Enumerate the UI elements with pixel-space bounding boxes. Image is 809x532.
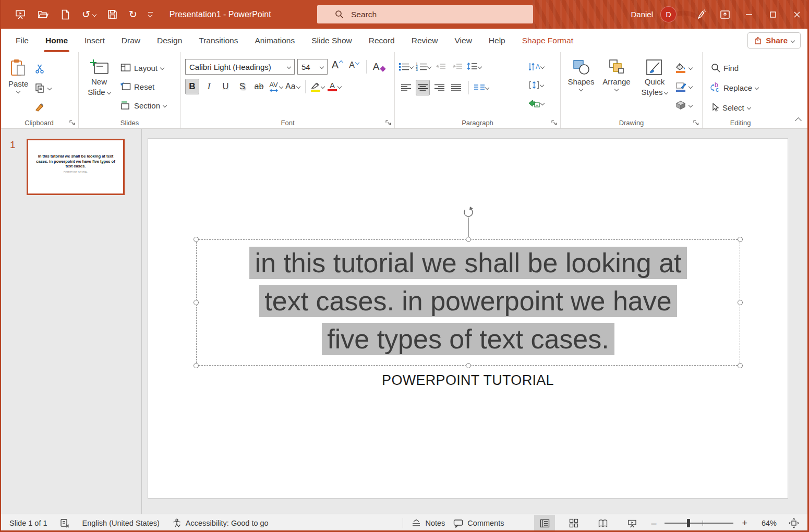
textbox-selection[interactable]: in this tutorial we shall be looking at …	[196, 239, 740, 366]
rotate-handle-icon[interactable]	[462, 205, 475, 220]
font-family-select[interactable]: Calibri Light (Headings)	[185, 59, 295, 75]
selection-handle[interactable]	[194, 300, 199, 305]
normal-view-button[interactable]	[534, 515, 555, 532]
account-name[interactable]: Daniel	[631, 10, 653, 19]
share-button[interactable]: Share	[747, 32, 801, 49]
selected-text-line[interactable]: in this tutorial we shall be looking at	[249, 247, 686, 279]
spellcheck-icon[interactable]	[60, 518, 70, 528]
chevron-down-icon[interactable]	[427, 65, 431, 69]
increase-indent-button[interactable]	[450, 59, 464, 75]
chevron-down-icon[interactable]	[614, 87, 619, 91]
selected-text-line[interactable]: five types of text cases.	[322, 323, 614, 355]
find-button[interactable]: Find	[711, 60, 776, 76]
subtitle-textbox[interactable]: POWERPOINT TUTORIAL	[148, 372, 788, 389]
chevron-down-icon[interactable]	[287, 65, 291, 69]
open-file-icon[interactable]	[37, 7, 49, 22]
chevron-down-icon[interactable]	[746, 105, 751, 110]
chevron-down-icon[interactable]	[485, 86, 489, 90]
tab-draw[interactable]: Draw	[113, 29, 149, 52]
select-button[interactable]: Select	[711, 100, 776, 115]
clear-formatting-button[interactable]: A	[372, 59, 386, 75]
paste-button[interactable]: Paste	[8, 59, 28, 115]
title-textbox[interactable]: in this tutorial we shall be looking at …	[197, 244, 740, 358]
selection-handle[interactable]	[194, 363, 199, 368]
selection-handle[interactable]	[738, 300, 743, 305]
reading-view-button[interactable]	[593, 515, 613, 532]
chevron-down-icon[interactable]	[409, 65, 414, 69]
align-center-button[interactable]	[416, 80, 430, 95]
section-button[interactable]: Section	[120, 98, 166, 113]
comments-button[interactable]: Comments	[453, 519, 504, 528]
slide-thumbnail[interactable]: in this tutorial we shall be looking at …	[27, 139, 125, 195]
chevron-down-icon[interactable]	[689, 84, 693, 89]
align-right-button[interactable]	[432, 80, 446, 95]
chevron-down-icon[interactable]	[160, 66, 164, 70]
chevron-down-icon[interactable]	[664, 90, 668, 94]
align-text-button[interactable]	[528, 77, 544, 93]
slide-sorter-view-button[interactable]	[563, 515, 584, 532]
new-slide-button[interactable]: New Slide	[83, 59, 115, 113]
tab-help[interactable]: Help	[480, 29, 514, 52]
align-left-button[interactable]	[399, 80, 413, 95]
shape-effects-button[interactable]	[675, 98, 692, 113]
customize-qat-icon[interactable]	[148, 7, 153, 22]
numbering-button[interactable]: 1 2 3	[416, 59, 431, 75]
chevron-down-icon[interactable]	[320, 65, 324, 69]
tab-file[interactable]: File	[7, 29, 37, 52]
chevron-down-icon[interactable]	[106, 90, 111, 94]
text-highlight-button[interactable]	[311, 79, 325, 94]
convert-to-smartart-button[interactable]	[528, 95, 544, 111]
chevron-down-icon[interactable]	[689, 103, 693, 107]
zoom-slider[interactable]	[665, 523, 733, 524]
collapse-ribbon-icon[interactable]	[795, 117, 802, 124]
drawing-dialog-launcher-icon[interactable]	[693, 120, 699, 126]
chevron-down-icon[interactable]	[16, 89, 20, 93]
columns-button[interactable]	[474, 80, 489, 95]
tab-slide-show[interactable]: Slide Show	[303, 29, 360, 52]
chevron-down-icon[interactable]	[163, 103, 167, 107]
chevron-down-icon[interactable]	[540, 83, 544, 87]
cut-button[interactable]	[34, 61, 51, 77]
chevron-down-icon[interactable]	[47, 86, 52, 90]
tab-home[interactable]: Home	[37, 29, 76, 52]
chevron-down-icon[interactable]	[755, 86, 759, 90]
selection-handle[interactable]	[466, 237, 471, 242]
line-spacing-button[interactable]	[467, 59, 481, 75]
increase-font-size-button[interactable]: A	[330, 59, 344, 75]
close-button[interactable]	[785, 0, 809, 29]
text-shadow-button[interactable]: S	[235, 79, 249, 94]
chevron-down-icon[interactable]	[478, 65, 482, 69]
fit-to-window-button[interactable]	[785, 515, 803, 532]
selection-handle[interactable]	[194, 237, 199, 242]
chevron-down-icon[interactable]	[791, 38, 795, 42]
ribbon-display-options-icon[interactable]	[713, 0, 737, 29]
text-direction-button[interactable]: A	[528, 59, 544, 75]
decrease-indent-button[interactable]	[433, 59, 448, 75]
language-indicator[interactable]: English (United States)	[82, 519, 160, 527]
chevron-down-icon[interactable]	[540, 101, 545, 105]
tab-design[interactable]: Design	[149, 29, 190, 52]
minimize-button[interactable]	[737, 0, 761, 29]
zoom-percentage[interactable]: 64%	[756, 519, 777, 527]
selected-text-line[interactable]: text cases. in powerpoint we have	[259, 285, 677, 317]
font-color-button[interactable]: A	[328, 79, 342, 94]
paragraph-dialog-launcher-icon[interactable]	[551, 120, 557, 126]
strikethrough-button[interactable]: ab	[252, 79, 266, 94]
chevron-down-icon[interactable]	[321, 84, 325, 89]
pen-mode-icon[interactable]	[689, 0, 713, 29]
chevron-down-icon[interactable]	[296, 84, 300, 89]
layout-button[interactable]: Layout	[120, 60, 166, 76]
undo-button[interactable]: ↺	[82, 7, 96, 22]
copy-button[interactable]	[34, 80, 51, 96]
decrease-font-size-button[interactable]: A	[347, 59, 361, 75]
arrange-button[interactable]: Arrange	[599, 59, 634, 113]
bullets-button[interactable]	[399, 59, 413, 75]
font-dialog-launcher-icon[interactable]	[385, 120, 391, 126]
tab-insert[interactable]: Insert	[76, 29, 113, 52]
slide-canvas[interactable]: in this tutorial we shall be looking at …	[148, 138, 788, 499]
chevron-down-icon[interactable]	[689, 66, 693, 70]
bold-button[interactable]: B	[185, 79, 199, 94]
shape-outline-button[interactable]	[675, 79, 692, 94]
maximize-button[interactable]	[761, 0, 785, 29]
tab-transitions[interactable]: Transitions	[190, 29, 246, 52]
